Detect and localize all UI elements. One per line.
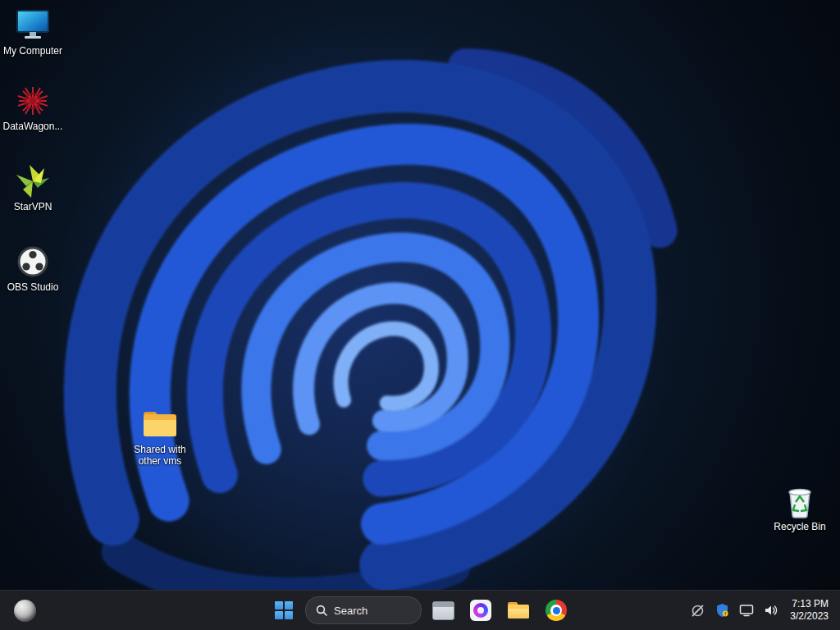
search-icon	[316, 605, 327, 616]
desktop-icon-label: Recycle Bin	[774, 521, 825, 532]
security-shield-warning-icon	[715, 603, 729, 618]
desktop-icon-label: My Computer	[3, 45, 62, 57]
chrome-icon	[546, 600, 567, 621]
display-cast-icon	[739, 604, 754, 617]
desktop-icon-label: StarVPN	[14, 201, 52, 212]
tray-network-off-button[interactable]	[687, 594, 708, 627]
desktop-icon-my-computer[interactable]: My Computer	[1, 8, 65, 57]
window-app-icon	[432, 601, 454, 620]
desktop: My Computer DataWagon... StarVPN	[0, 0, 840, 630]
windows-bloom-wallpaper	[0, 0, 840, 630]
taskbar-gray-sphere-app-button[interactable]	[8, 594, 41, 627]
pinwheel-star-icon	[14, 164, 52, 199]
clock-date: 3/2/2023	[790, 610, 829, 623]
recycle-bin-icon	[781, 484, 819, 518]
taskbar-purple-app-button[interactable]	[464, 594, 497, 627]
desktop-icon-label: DataWagon...	[3, 121, 63, 132]
desktop-icon-recycle-bin[interactable]: Recycle Bin	[768, 484, 832, 532]
volume-icon	[764, 604, 778, 617]
tray-display-button[interactable]	[736, 594, 757, 627]
tray-security-button[interactable]	[711, 594, 733, 627]
taskbar: Search	[0, 590, 840, 630]
gray-sphere-app-icon	[14, 600, 36, 622]
search-label: Search	[334, 605, 368, 617]
desktop-icon-datawagon[interactable]: DataWagon...	[1, 84, 65, 132]
windows-start-icon	[275, 601, 293, 619]
taskbar-window-app-button[interactable]	[427, 594, 459, 627]
purple-ring-app-icon	[470, 600, 491, 621]
folder-icon	[141, 407, 179, 441]
monitor-icon	[14, 8, 52, 43]
clock-time: 7:13 PM	[790, 598, 829, 610]
taskbar-search[interactable]: Search	[305, 596, 422, 624]
desktop-icon-starvpn[interactable]: StarVPN	[1, 164, 65, 212]
obs-camera-icon	[14, 244, 52, 279]
desktop-icon-label: Shared with other vms	[128, 444, 192, 467]
taskbar-file-explorer-button[interactable]	[502, 594, 535, 627]
red-burst-icon	[14, 84, 52, 118]
file-explorer-icon	[508, 602, 529, 619]
desktop-icon-label: OBS Studio	[7, 281, 59, 293]
taskbar-chrome-button[interactable]	[540, 594, 573, 627]
tray-volume-button[interactable]	[760, 594, 782, 627]
network-off-icon	[691, 604, 705, 618]
desktop-icon-shared-folder[interactable]: Shared with other vms	[128, 407, 192, 467]
start-button[interactable]	[267, 594, 300, 627]
desktop-icon-obs-studio[interactable]: OBS Studio	[1, 244, 65, 293]
taskbar-clock[interactable]: 7:13 PM 3/2/2023	[785, 598, 835, 623]
